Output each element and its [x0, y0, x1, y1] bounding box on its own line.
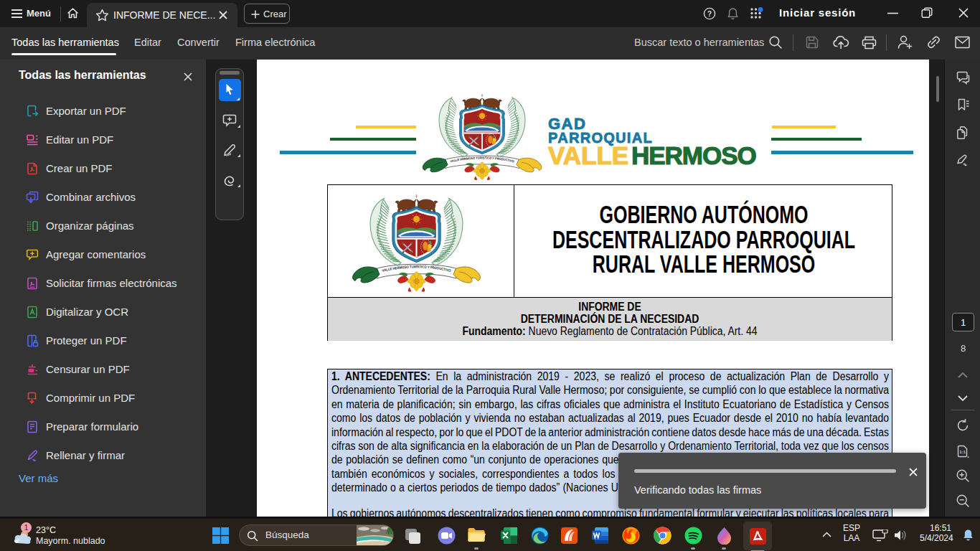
- svg-text:1:1: 1:1: [959, 450, 966, 454]
- svg-text:?: ?: [707, 9, 712, 18]
